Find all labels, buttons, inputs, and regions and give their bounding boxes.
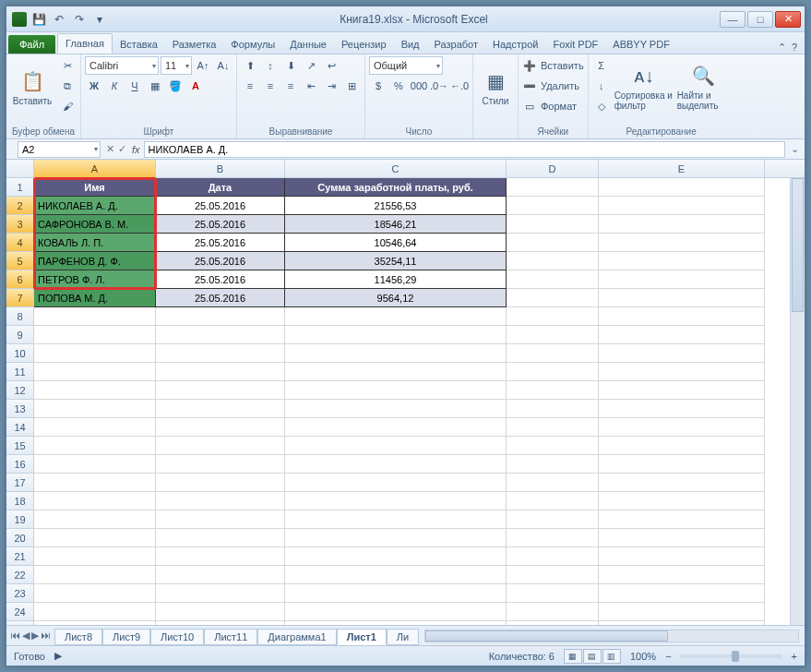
cell-d20[interactable]: [507, 529, 599, 547]
styles-button[interactable]: ▦ Стили: [477, 56, 514, 117]
cell-c12[interactable]: [285, 381, 507, 400]
cell-c25[interactable]: [285, 621, 507, 625]
cell-e25[interactable]: [599, 621, 765, 625]
cell-b14[interactable]: [156, 418, 285, 437]
cell-e2[interactable]: [599, 197, 765, 215]
tab-addins[interactable]: Надстрой: [485, 35, 545, 54]
cell-d21[interactable]: [507, 547, 599, 566]
sheet-tab-лист9[interactable]: Лист9: [102, 629, 150, 645]
cell-d14[interactable]: [507, 418, 599, 437]
grid-rows[interactable]: 1ИмяДатаСумма заработной платы, руб.2НИК…: [6, 178, 805, 625]
row-header-19[interactable]: 19: [6, 510, 34, 529]
cell-d17[interactable]: [507, 474, 599, 492]
cell-d19[interactable]: [507, 510, 599, 529]
cell-d13[interactable]: [507, 400, 599, 418]
row-header-5[interactable]: 5: [6, 252, 34, 270]
view-pagebreak-button[interactable]: ▥: [602, 649, 621, 664]
currency-button[interactable]: $: [369, 77, 388, 95]
cell-b2[interactable]: 25.05.2016: [156, 197, 285, 215]
row-header-4[interactable]: 4: [6, 234, 34, 252]
align-left-button[interactable]: ≡: [241, 77, 259, 95]
row-header-2[interactable]: 2: [6, 197, 34, 215]
cell-c11[interactable]: [285, 363, 507, 381]
cell-c18[interactable]: [285, 492, 507, 510]
clear-button[interactable]: ◇: [592, 97, 611, 115]
cell-c4[interactable]: 10546,64: [285, 234, 507, 252]
status-macro-icon[interactable]: ▶: [54, 650, 62, 662]
tab-foxit[interactable]: Foxit PDF: [545, 35, 605, 54]
cell-c15[interactable]: [285, 437, 507, 455]
undo-button[interactable]: ↶: [51, 12, 67, 27]
view-normal-button[interactable]: ▦: [564, 649, 582, 664]
cell-a11[interactable]: [34, 363, 156, 381]
minimize-button[interactable]: —: [720, 11, 745, 28]
sheet-tab-диаграмма1[interactable]: Диаграмма1: [257, 629, 336, 645]
cell-d9[interactable]: [507, 326, 599, 344]
delete-cells-button[interactable]: ➖Удалить: [522, 77, 584, 95]
cell-d8[interactable]: [507, 307, 599, 326]
cell-c3[interactable]: 18546,21: [285, 215, 507, 234]
cell-e11[interactable]: [599, 363, 765, 381]
tab-home[interactable]: Главная: [57, 33, 113, 54]
cell-a20[interactable]: [34, 529, 156, 547]
cell-b1[interactable]: Дата: [156, 178, 285, 197]
formula-input[interactable]: НИКОЛАЕВ А. Д.: [144, 141, 785, 158]
find-select-button[interactable]: 🔍 Найти и выделить: [677, 56, 731, 117]
cell-d22[interactable]: [507, 566, 599, 584]
col-header-a[interactable]: A: [34, 160, 156, 177]
row-header-24[interactable]: 24: [6, 603, 34, 621]
autosum-button[interactable]: Σ: [592, 56, 611, 75]
cell-c16[interactable]: [285, 455, 507, 474]
cell-c2[interactable]: 21556,53: [285, 197, 507, 215]
maximize-button[interactable]: □: [747, 11, 773, 28]
increase-decimal-button[interactable]: .0→: [430, 77, 448, 95]
cell-a7[interactable]: ПОПОВА М. Д.: [34, 289, 156, 307]
cell-b18[interactable]: [156, 492, 285, 510]
row-header-17[interactable]: 17: [6, 474, 34, 492]
hscroll-thumb[interactable]: [425, 630, 667, 642]
cell-e15[interactable]: [599, 437, 765, 455]
cell-e21[interactable]: [599, 547, 765, 566]
select-all-corner[interactable]: [6, 160, 34, 177]
align-bottom-button[interactable]: ⬇: [281, 56, 300, 75]
decrease-font-button[interactable]: A↓: [214, 56, 233, 75]
cell-a21[interactable]: [34, 547, 156, 566]
row-header-13[interactable]: 13: [6, 400, 34, 418]
align-middle-button[interactable]: ↕: [261, 56, 280, 75]
col-header-b[interactable]: B: [156, 160, 285, 177]
sheet-nav-next[interactable]: ▶: [31, 630, 39, 642]
cell-b24[interactable]: [156, 603, 285, 621]
cell-a2[interactable]: НИКОЛАЕВ А. Д.: [34, 197, 156, 215]
cell-b25[interactable]: [156, 621, 285, 625]
cell-a24[interactable]: [34, 603, 156, 621]
cell-a4[interactable]: КОВАЛЬ Л. П.: [34, 234, 156, 252]
tab-abbyy[interactable]: ABBYY PDF: [605, 35, 677, 54]
help-button[interactable]: ?: [792, 42, 797, 54]
row-header-11[interactable]: 11: [6, 363, 34, 381]
sheet-tab-ли[interactable]: Ли: [387, 629, 419, 645]
cell-a8[interactable]: [34, 307, 156, 326]
cell-c22[interactable]: [285, 566, 507, 584]
cell-a14[interactable]: [34, 418, 156, 437]
cell-b21[interactable]: [156, 547, 285, 566]
cell-b10[interactable]: [156, 344, 285, 363]
vscroll-thumb[interactable]: [792, 178, 804, 312]
sheet-tab-лист1[interactable]: Лист1: [337, 629, 387, 645]
cell-b23[interactable]: [156, 584, 285, 603]
sheet-nav-first[interactable]: ⏮: [10, 630, 20, 642]
fx-icon[interactable]: fx: [132, 144, 140, 155]
cell-b12[interactable]: [156, 381, 285, 400]
underline-button[interactable]: Ч: [125, 77, 144, 95]
cancel-formula-icon[interactable]: ✕: [106, 143, 114, 155]
border-button[interactable]: ▦: [146, 77, 164, 95]
file-tab[interactable]: Файл: [8, 35, 55, 54]
row-header-23[interactable]: 23: [6, 584, 34, 603]
cell-a13[interactable]: [34, 400, 156, 418]
sheet-tab-лист8[interactable]: Лист8: [54, 629, 102, 645]
row-header-10[interactable]: 10: [6, 344, 34, 363]
cell-a17[interactable]: [34, 474, 156, 492]
wrap-text-button[interactable]: ↩: [322, 56, 340, 75]
cell-e23[interactable]: [599, 584, 765, 603]
redo-button[interactable]: ↷: [71, 12, 88, 27]
cell-d16[interactable]: [507, 455, 599, 474]
